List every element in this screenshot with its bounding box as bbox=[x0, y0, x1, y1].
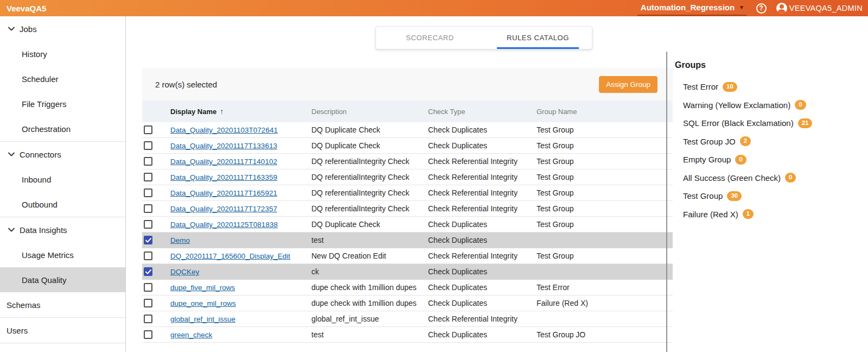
table-row: Data_Quality_20201117T165921 DQ referent… bbox=[142, 185, 673, 201]
rule-name-link[interactable]: Data_Quality_20201117T163359 bbox=[170, 173, 277, 181]
column-header-check-type[interactable]: Check Type bbox=[428, 108, 537, 116]
row-checkbox[interactable] bbox=[144, 299, 152, 307]
row-checkbox[interactable] bbox=[144, 315, 152, 323]
tabs-card: SCORECARD RULES CATALOG bbox=[375, 26, 592, 49]
row-checkbox[interactable] bbox=[144, 141, 152, 150]
row-checkbox[interactable] bbox=[144, 220, 152, 229]
table-row: Data_Quality_20201117T140102 DQ referent… bbox=[142, 154, 673, 169]
rule-check-type: Check Referential Integrity bbox=[428, 157, 537, 166]
rule-description: DQ referentialIntegrity Check bbox=[311, 188, 428, 197]
group-item-test-group-jo[interactable]: Test Group JO 2 bbox=[675, 133, 868, 151]
username-label: VEEVAQA5_ADMIN bbox=[789, 4, 863, 12]
rule-name-link[interactable]: Data_Quality_20201103T072641 bbox=[170, 126, 278, 134]
sidebar-item-scheduler[interactable]: Scheduler bbox=[0, 66, 125, 91]
rule-name-link[interactable]: green_check bbox=[170, 331, 212, 339]
sidebar-item-data-quality[interactable]: Data Quality bbox=[0, 267, 125, 292]
rule-name-link[interactable]: DQCKey bbox=[170, 268, 199, 276]
sidebar-item-users[interactable]: Users bbox=[0, 318, 125, 343]
rule-description: global_ref_int_issue bbox=[311, 315, 428, 323]
group-item-empty-group[interactable]: Empty Group 0 bbox=[675, 150, 868, 169]
rule-description: dupe check with 1million dupes bbox=[311, 299, 428, 307]
header-actions: Automation_Regression ▾ ? VEEVAQA5_ADMIN bbox=[637, 1, 863, 16]
sidebar-item-inbound[interactable]: Inbound bbox=[0, 167, 125, 192]
rule-description: dupe check with 1million dupes bbox=[311, 283, 428, 292]
group-item-test-group[interactable]: Test Group 30 bbox=[675, 187, 868, 205]
row-checkbox[interactable] bbox=[144, 283, 152, 292]
sidebar-item-orchestration[interactable]: Orchestration bbox=[0, 116, 125, 141]
rule-description: test bbox=[311, 236, 428, 244]
row-checkbox[interactable] bbox=[144, 173, 152, 181]
assign-group-button[interactable]: Assign Group bbox=[599, 76, 658, 93]
row-checkbox[interactable] bbox=[144, 125, 152, 134]
rule-name-link[interactable]: Demo bbox=[170, 236, 190, 244]
rule-group-name: Test Group bbox=[537, 141, 673, 150]
sidebar-item-outbound[interactable]: Outbound bbox=[0, 192, 125, 217]
table-row: green_check test Check Duplicates Test G… bbox=[142, 327, 673, 343]
sidebar-item-data-insights[interactable]: Data Insights bbox=[0, 217, 125, 242]
tab-scorecard[interactable]: SCORECARD bbox=[376, 27, 484, 49]
user-menu[interactable]: VEEVAQA5_ADMIN bbox=[776, 3, 863, 14]
table-row: Data_Quality_20201125T081838 DQ Duplicat… bbox=[142, 217, 673, 232]
table-row: Data_Quality_20201117T133613 DQ Duplicat… bbox=[142, 138, 673, 154]
rule-name-link[interactable]: Data_Quality_20201117T172357 bbox=[170, 205, 277, 213]
rule-check-type: Check Duplicates bbox=[428, 283, 537, 292]
rule-name-link[interactable]: DQ_20201117_165600_Display_Edit bbox=[170, 252, 290, 260]
group-count-badge: 10 bbox=[723, 82, 737, 92]
table-row: Demo test Check Duplicates bbox=[142, 232, 673, 248]
sidebar-item-usage-metrics[interactable]: Usage Metrics bbox=[0, 242, 125, 267]
rule-description: DQ Duplicate Check bbox=[311, 220, 428, 229]
group-item-all-success-green-check[interactable]: All Success (Green Check) 0 bbox=[675, 169, 868, 187]
group-item-test-error[interactable]: Test Error 10 bbox=[675, 78, 868, 96]
row-checkbox[interactable] bbox=[144, 157, 152, 166]
group-item-warning-yellow-exclamation[interactable]: Warning (Yellow Exclamation) 0 bbox=[675, 96, 868, 115]
rule-check-type: Check Referential Integrity bbox=[428, 315, 537, 323]
rule-name-link[interactable]: Data_Quality_20201125T081838 bbox=[170, 221, 278, 229]
row-checkbox[interactable] bbox=[144, 252, 152, 260]
group-count-badge: 21 bbox=[798, 118, 813, 128]
rule-group-name: Test Group bbox=[537, 204, 673, 213]
rule-name-link[interactable]: dupe_five_mil_rows bbox=[170, 284, 235, 292]
group-item-failure-red-x[interactable]: Failure (Red X) 1 bbox=[675, 205, 868, 224]
row-checkbox[interactable] bbox=[144, 204, 152, 213]
sort-ascending-icon: ↑ bbox=[220, 107, 224, 116]
sidebar-item-file-triggers[interactable]: File Triggers bbox=[0, 91, 125, 116]
group-count-badge: 30 bbox=[727, 191, 742, 201]
rule-check-type: Check Referential Integrity bbox=[428, 188, 537, 197]
row-checkbox[interactable] bbox=[144, 330, 152, 339]
row-checkbox[interactable] bbox=[144, 188, 152, 197]
row-checkbox[interactable] bbox=[144, 236, 152, 244]
column-header-display-name[interactable]: Display Name ↑ bbox=[170, 107, 311, 116]
rule-name-link[interactable]: global_ref_int_issue bbox=[170, 315, 235, 323]
rule-description: DQ referentialIntegrity Check bbox=[311, 173, 428, 181]
tabs-row: SCORECARD RULES CATALOG bbox=[126, 16, 666, 68]
group-count-badge: 0 bbox=[735, 155, 746, 165]
sidebar-item-schemas[interactable]: Schemas bbox=[0, 292, 125, 317]
group-item-sql-error-black-exclamation[interactable]: SQL Error (Black Exclamation) 21 bbox=[675, 114, 868, 133]
rule-group-name: Test Group bbox=[537, 173, 673, 181]
table-toolbar: 2 row(s) selected Assign Group bbox=[142, 68, 673, 100]
chevron-down-icon bbox=[8, 27, 15, 31]
rule-group-name: Test Group bbox=[537, 188, 673, 197]
column-header-group-name[interactable]: Group Name bbox=[537, 108, 673, 116]
rule-name-link[interactable]: Data_Quality_20201117T133613 bbox=[170, 142, 277, 150]
rule-name-link[interactable]: Data_Quality_20201117T165921 bbox=[170, 189, 277, 197]
column-header-description[interactable]: Description bbox=[311, 108, 428, 116]
rule-name-link[interactable]: Data_Quality_20201117T140102 bbox=[170, 158, 277, 166]
sidebar-item-connectors[interactable]: Connectors bbox=[0, 142, 125, 167]
help-icon[interactable]: ? bbox=[756, 3, 767, 14]
environment-selector-label: Automation_Regression bbox=[641, 3, 735, 12]
rule-check-type: Check Duplicates bbox=[428, 141, 537, 150]
tab-rules-catalog[interactable]: RULES CATALOG bbox=[484, 27, 592, 49]
app-title: VeevaQA5 bbox=[7, 4, 46, 13]
sidebar-item-jobs[interactable]: Jobs bbox=[0, 16, 125, 41]
rule-name-link[interactable]: dupe_one_mil_rows bbox=[170, 299, 236, 307]
table-row: DQ_20201117_165600_Display_Edit New DQ C… bbox=[142, 248, 673, 264]
rule-description: New DQ Creation Edit bbox=[311, 252, 428, 260]
rule-check-type: Check Duplicates bbox=[428, 267, 537, 276]
environment-selector[interactable]: Automation_Regression ▾ bbox=[637, 1, 746, 16]
row-checkbox[interactable] bbox=[144, 267, 152, 276]
rule-check-type: Check Duplicates bbox=[428, 236, 537, 244]
rule-group-name: Test Group bbox=[537, 220, 673, 229]
sidebar-item-history[interactable]: History bbox=[0, 41, 125, 66]
rule-group-name: Test Group bbox=[537, 252, 673, 260]
